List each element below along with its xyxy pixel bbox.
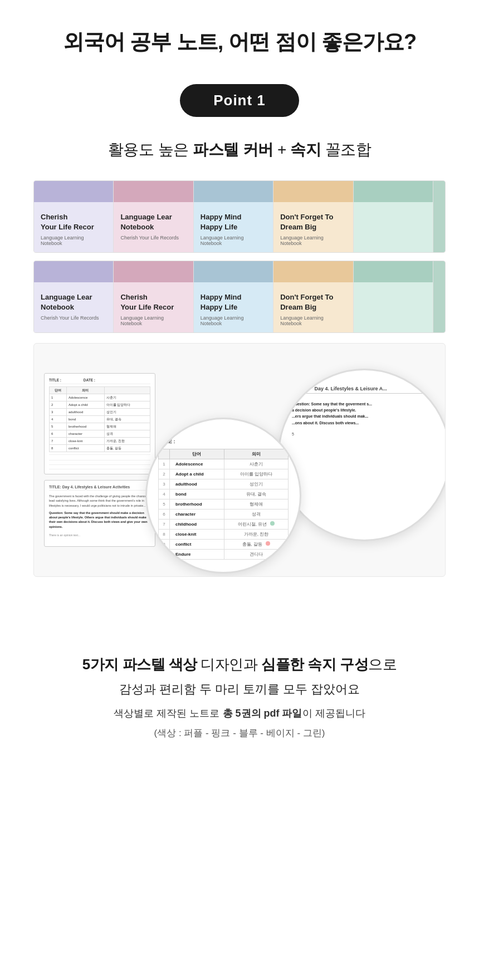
notebook-cover-r2-1: Language LearNotebook Cherish Your Life … — [34, 261, 114, 332]
essay-title-bar: TITLE: Day 4. Lifestyles & Leisure Activ… — [49, 485, 150, 491]
bottom-line3-end: 이 제공됩니다 — [302, 708, 365, 719]
notebook-title-r2-1: Language LearNotebook — [41, 292, 106, 312]
bottom-line1-mid: 디자인과 — [197, 656, 261, 673]
notebook-title-2: Language LearNotebook — [120, 212, 186, 232]
mini-essay-page: TITLE: Day 4. Lifestyles & Leisure Activ… — [44, 480, 155, 547]
bottom-line2: 감성과 편리함 두 마리 토끼를 모두 잡았어요 — [33, 681, 446, 698]
bottom-line3: 색상별로 제작된 노트로 총 5권의 pdf 파일이 제공됩니다 — [33, 707, 446, 720]
bottom-line1-bold2: 심플한 속지 구성 — [261, 656, 368, 673]
notebook-title-r2-3: Happy MindHappy Life — [201, 292, 266, 312]
vocab-table-magnified: 단어 의미 1Adolescence사춘기 2Adopt a child아이를 … — [158, 449, 289, 560]
vocab-row-4: 4bond유대, 결속 — [159, 489, 289, 499]
bottom-line3-plain: 색상별로 제작된 노트로 — [114, 708, 222, 719]
preview-section: TITLE : DATE : 단어의미 1Adolescence사춘기 2Ado… — [33, 343, 446, 577]
main-title: 외국어 공부 노트, 어떤 점이 좋은가요? — [33, 28, 446, 56]
subtitle: 활용도 높은 파스텔 커버 + 속지 꼴조합 — [33, 139, 446, 160]
notebook-subtitle-1: Language Learning Notebook — [41, 235, 106, 246]
mag-right-body: 5 — [292, 432, 437, 438]
vocab-row-3: 3adulthood성인기 — [159, 479, 289, 489]
subtitle-plain: 활용도 높은 — [108, 141, 193, 158]
notebook-tab-1 — [433, 181, 445, 252]
notebooks-row-2: Language LearNotebook Cherish Your Life … — [33, 261, 446, 333]
notebook-title-1: CherishYour Life Recor — [41, 212, 106, 232]
bottom-line1-bold1: 5가지 파스텔 색상 — [82, 656, 197, 673]
subtitle-bold1: 파스텔 커버 — [193, 141, 273, 158]
preview-spacer — [33, 594, 446, 638]
notebook-title-r2-2: CherishYour Life Recor — [120, 292, 186, 312]
bottom-text: 5가지 파스텔 색상 디자인과 심플한 속지 구성으로 감성과 편리함 두 마리… — [33, 655, 446, 739]
point-badge: Point 1 — [180, 84, 299, 117]
notebook-cover-r2-2: CherishYour Life Recor Language Learning… — [114, 261, 193, 332]
notebook-subtitle-3: Language Learning Notebook — [201, 235, 266, 246]
vocab-row-8: 8close-knit가까운, 친한 — [159, 530, 289, 540]
notebook-cover-r2-5 — [354, 261, 433, 332]
vocab-col-word: 단어 — [170, 449, 224, 459]
notebook-subtitle-r2-2: Language Learning Notebook — [120, 315, 186, 326]
notebook-cover-r2-4: Don't Forget ToDream Big Language Learni… — [273, 261, 353, 332]
vocab-row-6: 6character성격 — [159, 509, 289, 520]
bottom-line4: (색상 : 퍼플 - 핑크 - 블루 - 베이지 - 그린) — [33, 727, 446, 739]
subtitle-end: 꼴조합 — [321, 141, 371, 158]
essay-question-text: Question: Some say that the government s… — [49, 511, 150, 529]
notebook-cover-4: Don't Forget ToDream Big Language Learni… — [273, 181, 353, 252]
vocab-row-10: Endure견디다 — [159, 550, 289, 560]
mag-right-question: Question: Some say that the goverment s.… — [292, 401, 437, 426]
mini-vocab-page: TITLE : DATE : 단어의미 1Adolescence사춘기 2Ado… — [44, 373, 155, 474]
bottom-line3-bold: 총 5권의 pdf 파일 — [223, 708, 302, 719]
vocab-row-2: 2Adopt a child아이를 입양하다 — [159, 469, 289, 479]
notebook-tab-2 — [433, 261, 445, 332]
page-wrapper: 외국어 공부 노트, 어떤 점이 좋은가요? Point 1 활용도 높은 파스… — [0, 0, 479, 773]
essay-body-text: The government is faced with the challen… — [49, 494, 150, 508]
notebooks-row-1: CherishYour Life Recor Language Learning… — [33, 180, 446, 253]
notebook-subtitle-2: Cherish Your Life Records — [120, 235, 186, 241]
vocab-row-5: 5brotherhood형제애 — [159, 499, 289, 509]
bottom-line1: 5가지 파스텔 색상 디자인과 심플한 속지 구성으로 — [33, 655, 446, 674]
notebook-subtitle-r2-4: Language Learning Notebook — [280, 315, 346, 326]
magnifier-right: TITLE : Day 4. Lifestyles & Leisure A...… — [278, 369, 446, 541]
mag-bottom-title: TITLE : — [158, 439, 289, 444]
mini-page-title: TITLE : DATE : — [49, 378, 150, 384]
subtitle-bold2: 속지 — [290, 141, 321, 158]
page-left: TITLE : DATE : 단어의미 1Adolescence사춘기 2Ado… — [44, 373, 155, 547]
notebook-title-3: Happy MindHappy Life — [201, 212, 266, 232]
mini-table: 단어의미 1Adolescence사춘기 2Adopt a child아이를 입… — [49, 386, 150, 452]
notebook-cover-1: CherishYour Life Recor Language Learning… — [34, 181, 114, 252]
notebook-cover-5 — [354, 181, 433, 252]
mag-right-title: TITLE : Day 4. Lifestyles & Leisure A... — [292, 386, 437, 394]
notebook-subtitle-r2-1: Cherish Your Life Records — [41, 315, 106, 321]
notebook-title-4: Don't Forget ToDream Big — [280, 212, 346, 232]
vocab-row-7: 7childhood어린시절, 유년 — [159, 520, 289, 530]
notebook-cover-2: Language LearNotebook Cherish Your Life … — [114, 181, 193, 252]
vocab-col-meaning: 의미 — [224, 449, 288, 459]
notebooks-section: CherishYour Life Recor Language Learning… — [33, 180, 446, 333]
point-badge-wrap: Point 1 — [33, 84, 446, 117]
notebook-cover-r2-3: Happy MindHappy Life Language Learning N… — [194, 261, 273, 332]
vocab-row-9: 9conflict충돌, 갈등 — [159, 540, 289, 550]
magnifier-bottom: TITLE : 단어 의미 1Adolescence사춘기 2Adopt a c… — [145, 418, 301, 574]
notebook-subtitle-r2-3: Language Learning Notebook — [201, 315, 266, 326]
notebook-subtitle-4: Language Learning Notebook — [280, 235, 346, 246]
notebook-cover-3: Happy MindHappy Life Language Learning N… — [194, 181, 273, 252]
preview-inner: TITLE : DATE : 단어의미 1Adolescence사춘기 2Ado… — [34, 363, 445, 557]
notebook-title-r2-4: Don't Forget ToDream Big — [280, 292, 346, 312]
subtitle-mid: + — [273, 141, 290, 158]
bottom-line1-end: 으로 — [368, 656, 397, 673]
vocab-row-1: 1Adolescence사춘기 — [159, 459, 289, 469]
